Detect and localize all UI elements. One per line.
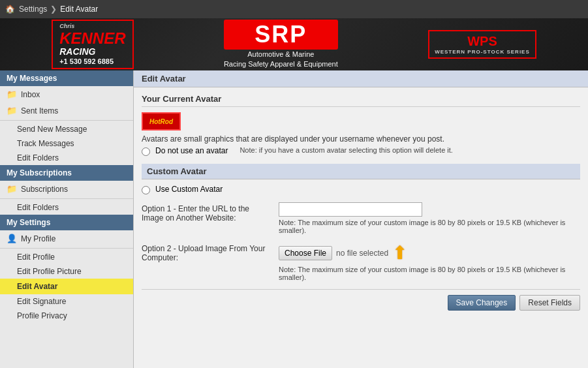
sidebar-item-inbox[interactable]: 📁 Inbox: [0, 86, 133, 102]
option1-field: http://www. Note: The maximum size of yo…: [279, 202, 580, 234]
sidebar-section-my-subscriptions: My Subscriptions: [0, 165, 133, 181]
use-custom-avatar-label: Use Custom Avatar: [155, 185, 223, 194]
banner: Chris KENNER RACING +1 530 592 6885 SRP …: [0, 18, 588, 70]
sidebar-item-edit-signature[interactable]: Edit Signature: [0, 294, 133, 309]
sidebar-item-my-profile[interactable]: 👤 My Profile: [0, 230, 133, 247]
kenner-logo: Chris KENNER RACING +1 530 592 6885: [52, 20, 133, 69]
settings-link[interactable]: Settings: [19, 5, 47, 14]
arrow-indicator: ⬆: [392, 242, 407, 264]
option1-note: Note: The maximum size of your custom im…: [279, 219, 572, 234]
sidebar-item-subscriptions[interactable]: 📁 Subscriptions: [0, 181, 133, 197]
current-avatar-image: HotRod: [142, 112, 181, 130]
divider-1: [0, 120, 133, 121]
custom-avatar-header: Custom Avatar: [142, 164, 580, 179]
option2-field: Choose File no file selected ⬆ Note: The…: [279, 242, 580, 281]
content-area: Edit Avatar Your Current Avatar HotRod A…: [134, 70, 588, 368]
bottom-buttons: Save Changes Reset Fields: [142, 289, 580, 311]
sidebar-section-my-messages: My Messages: [0, 70, 133, 86]
no-file-label: no file selected: [336, 249, 388, 258]
option1-label: Option 1 - Enter the URL to the Image on…: [142, 202, 272, 222]
wps-logo-block: WPS WESTERN PRO-STOCK SERIES: [428, 30, 536, 59]
folder-icon-subscriptions: 📁: [7, 184, 17, 194]
choose-file-button[interactable]: Choose File: [279, 246, 332, 260]
sidebar-item-sent-items[interactable]: 📁 Sent Items: [0, 102, 133, 119]
custom-avatar-section: Custom Avatar Use Custom Avatar Option 1…: [142, 164, 580, 311]
url-input[interactable]: http://www.: [279, 202, 422, 217]
top-navigation: 🏠 Settings ❯ Edit Avatar: [0, 0, 588, 18]
option2-row: Option 2 - Upload Image From Your Comput…: [142, 242, 580, 281]
current-avatar-section-title: Your Current Avatar: [142, 94, 580, 107]
user-icon: 👤: [7, 234, 17, 243]
sidebar-item-edit-folders-1[interactable]: Edit Folders: [0, 151, 133, 165]
sidebar-item-send-new-message[interactable]: Send New Message: [0, 122, 133, 136]
sidebar-item-track-messages[interactable]: Track Messages: [0, 136, 133, 151]
breadcrumb-separator: ❯: [50, 5, 57, 14]
use-custom-avatar-radio[interactable]: [142, 186, 150, 194]
reset-fields-button[interactable]: Reset Fields: [519, 295, 580, 311]
divider-2: [0, 198, 133, 199]
option2-label: Option 2 - Upload Image From Your Comput…: [142, 242, 272, 262]
sidebar: My Messages 📁 Inbox 📁 Sent Items Send Ne…: [0, 70, 134, 368]
option1-row: Option 1 - Enter the URL to the Image on…: [142, 202, 580, 234]
sidebar-item-profile-privacy[interactable]: Profile Privacy: [0, 309, 133, 323]
sidebar-item-edit-profile-picture[interactable]: Edit Profile Picture: [0, 264, 133, 279]
avatar-description: Avatars are small graphics that are disp…: [142, 134, 580, 144]
sidebar-item-edit-folders-2[interactable]: Edit Folders: [0, 200, 133, 215]
home-icon[interactable]: 🏠: [5, 5, 15, 14]
sidebar-item-edit-profile[interactable]: Edit Profile: [0, 250, 133, 264]
folder-icon: 📁: [7, 89, 17, 99]
save-changes-button[interactable]: Save Changes: [448, 295, 516, 311]
do-not-use-avatar-label: Do not use an avatar: [155, 146, 228, 155]
divider-3: [0, 248, 133, 249]
content-header: Edit Avatar: [134, 70, 588, 87]
do-not-use-note: Note: if you have a custom avatar select…: [240, 146, 453, 154]
do-not-use-avatar-radio[interactable]: [142, 147, 150, 156]
option2-note: Note: The maximum size of your custom im…: [279, 266, 572, 281]
current-avatar-area: HotRod Avatars are small graphics that a…: [142, 112, 580, 156]
sidebar-section-my-settings: My Settings: [0, 215, 133, 230]
sidebar-item-edit-avatar[interactable]: Edit Avatar: [0, 279, 133, 294]
folder-icon-sent: 📁: [7, 106, 17, 115]
srp-logo-block: SRP Automotive & Marine Racing Safety Ap…: [224, 20, 338, 70]
file-upload-row: Choose File no file selected ⬆: [279, 242, 580, 264]
page-title: Edit Avatar: [60, 5, 98, 14]
